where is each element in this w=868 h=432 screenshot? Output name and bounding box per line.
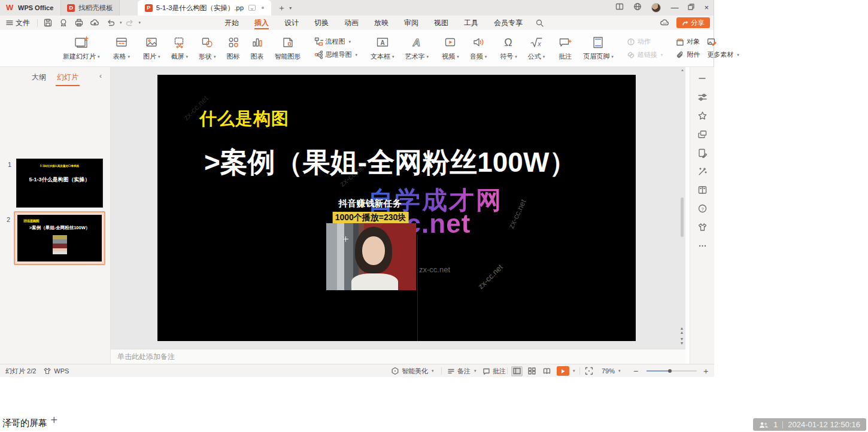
mindmap-button[interactable]: 思维导图▾: [314, 50, 358, 59]
attachment-button[interactable]: 附件: [676, 50, 700, 59]
zoom-slider-thumb[interactable]: [668, 369, 672, 373]
add-slide-button[interactable]: ＋: [47, 412, 61, 427]
favorites-star-icon[interactable]: [697, 110, 708, 121]
comment-button[interactable]: 批注: [553, 30, 578, 66]
symbol-button[interactable]: Ω 符号▾: [494, 30, 523, 66]
wordart-button[interactable]: A 艺术字▾: [400, 30, 435, 66]
slide-caption-line1[interactable]: 抖音赚钱新任务: [339, 198, 402, 209]
undo-caret-icon[interactable]: ▾: [120, 20, 122, 25]
icon-library-button[interactable]: 图标: [221, 30, 245, 66]
menu-animation[interactable]: 动画: [336, 16, 366, 30]
cloud-status-icon[interactable]: [660, 18, 670, 28]
menu-member[interactable]: 会员专享: [486, 16, 530, 30]
prev-slide-icon[interactable]: ▲▲: [680, 326, 684, 334]
view-grid-button[interactable]: [526, 364, 538, 378]
menu-home[interactable]: 开始: [217, 16, 247, 30]
save-icon[interactable]: [43, 18, 53, 28]
help-icon[interactable]: ?: [697, 203, 708, 214]
collapse-rail-icon[interactable]: [697, 73, 708, 84]
comment-status-button[interactable]: 批注: [482, 364, 506, 378]
view-normal-button[interactable]: [511, 364, 523, 378]
scrollbar-thumb[interactable]: [681, 197, 684, 237]
editor-canvas[interactable]: 什么是构图 >案例（果姐-全网粉丝100W） 自学成才网 zx-cc.net 抖…: [111, 67, 685, 349]
new-tab-button[interactable]: ＋: [277, 0, 286, 16]
zoom-slider[interactable]: [647, 370, 697, 372]
material-library-icon[interactable]: [697, 129, 708, 139]
menu-tools[interactable]: 工具: [456, 16, 486, 30]
menu-review[interactable]: 审阅: [396, 16, 426, 30]
slide-header-text[interactable]: 什么是构图: [199, 107, 289, 131]
slide-canvas[interactable]: 什么是构图 >案例（果姐-全网粉丝100W） 自学成才网 zx-cc.net 抖…: [157, 75, 636, 341]
zoom-in-button[interactable]: ＋: [702, 364, 710, 378]
zoom-out-button[interactable]: −: [633, 364, 638, 378]
slide-photo[interactable]: [326, 223, 416, 290]
cloud-sync-icon[interactable]: [90, 18, 100, 28]
menu-view[interactable]: 视图: [426, 16, 456, 30]
close-button[interactable]: ×: [704, 0, 709, 16]
more-assets-button[interactable]: 更多素材▾: [707, 50, 739, 59]
notes-bar[interactable]: 单击此处添加备注: [111, 349, 685, 364]
tab-outline[interactable]: 大纲: [32, 72, 46, 83]
split-view-icon[interactable]: [615, 2, 624, 13]
action-label: 动作: [638, 37, 651, 46]
share-button[interactable]: 分享: [676, 17, 710, 28]
menu-slideshow[interactable]: 放映: [366, 16, 396, 30]
notes-button[interactable]: 备注▾: [447, 364, 477, 378]
user-avatar[interactable]: [651, 3, 661, 13]
tab-list-caret-icon[interactable]: ▾: [289, 5, 292, 11]
menu-transition[interactable]: 切换: [306, 16, 336, 30]
stamp-icon[interactable]: [59, 18, 68, 28]
smart-beautify-wand-icon[interactable]: [697, 166, 708, 177]
header-footer-button[interactable]: 页眉页脚▾: [578, 30, 619, 66]
flowchart-button[interactable]: 流程图▾: [314, 37, 358, 46]
smart-beautify-button[interactable]: 智能美化▾: [391, 364, 434, 378]
next-slide-icon[interactable]: ▼▼: [680, 337, 684, 345]
new-slide-button[interactable]: 新建幻灯片▾: [57, 30, 105, 66]
slide-title-text[interactable]: >案例（果姐-全网粉丝100W）: [204, 144, 576, 181]
more-assets-icon-button[interactable]: [707, 37, 739, 46]
restore-button[interactable]: [688, 0, 694, 16]
menu-insert[interactable]: 插入: [247, 16, 277, 30]
search-icon[interactable]: [535, 19, 544, 28]
skin-shirt-icon[interactable]: [697, 221, 708, 232]
canvas-scrollbar[interactable]: ▲: [680, 68, 685, 348]
slide-caption-line2[interactable]: 1000个播放=230块: [333, 212, 409, 224]
globe-icon[interactable]: [633, 2, 642, 13]
tab-current-document[interactable]: P 5-1-3是什么构图（实操）.pp: [138, 0, 271, 16]
formula-button[interactable]: x 公式▾: [523, 30, 551, 66]
object-button[interactable]: 对象: [676, 37, 700, 46]
zoom-level-button[interactable]: 79%▾: [602, 364, 621, 378]
video-button[interactable]: 视频▾: [436, 30, 465, 66]
screenshot-button[interactable]: 截屏▾: [166, 30, 194, 66]
picture-button[interactable]: 图片▾: [138, 30, 166, 66]
quickbar-caret-icon[interactable]: ▾: [139, 20, 141, 25]
file-menu[interactable]: 文件: [0, 18, 35, 28]
smart-graphic-button[interactable]: 智能图形: [269, 30, 306, 66]
collapse-panel-icon[interactable]: ‹: [99, 72, 102, 80]
slide-thumbnail-1[interactable]: 5-1如何拍摄出高质量对口播视频 5-1-3什么是构图（实操）: [16, 159, 103, 208]
layout-book-icon[interactable]: [697, 184, 708, 195]
fit-screen-button[interactable]: [585, 364, 593, 378]
properties-sliders-icon[interactable]: [697, 92, 708, 102]
chart-button[interactable]: 图表: [245, 30, 269, 66]
minimize-button[interactable]: —: [670, 0, 678, 16]
shapes-button[interactable]: 形状▾: [193, 30, 221, 66]
app-logo[interactable]: WPS Office: [0, 0, 60, 16]
tab-docer-template[interactable]: D 找稻壳模板: [60, 0, 120, 16]
design-doc-icon[interactable]: [697, 147, 708, 158]
tab-slides[interactable]: 幻灯片: [57, 72, 78, 83]
comment-bubble-icon[interactable]: [248, 5, 256, 11]
wps-skin-button[interactable]: WPS: [43, 364, 69, 378]
table-button[interactable]: 表格▾: [108, 30, 136, 66]
undo-icon[interactable]: [106, 18, 116, 28]
audio-button[interactable]: 音频▾: [465, 30, 493, 66]
divider: [441, 367, 442, 375]
more-ellipsis-icon[interactable]: [697, 240, 708, 251]
menu-design[interactable]: 设计: [277, 16, 306, 30]
slide-thumbnail-2-selected[interactable]: 什么是构图 >案例（果姐-全网粉丝100W）: [14, 211, 105, 265]
textbox-button[interactable]: A 文本框▾: [365, 30, 400, 66]
view-read-button[interactable]: [541, 364, 553, 378]
scroll-up-icon[interactable]: ▲: [680, 68, 685, 72]
play-slideshow-button[interactable]: ▾: [557, 364, 575, 378]
print-icon[interactable]: [74, 18, 84, 28]
